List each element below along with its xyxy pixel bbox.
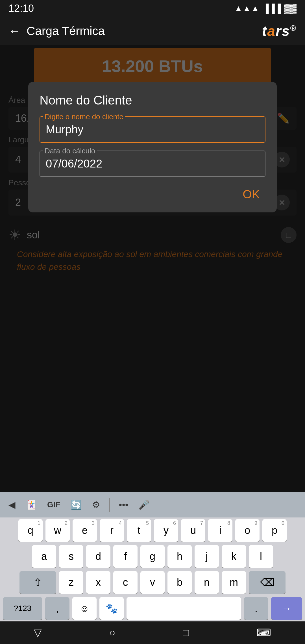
kb-backspace-key[interactable]: ⌫: [249, 571, 286, 594]
kb-key-a[interactable]: a: [32, 545, 56, 568]
kb-toolbar: ◀ 🃏 GIF 🔄 ⚙ ••• 🎤: [0, 492, 305, 517]
kb-row-2: a s d f g h j k l: [0, 543, 305, 569]
kb-key-n[interactable]: n: [195, 571, 219, 594]
dialog-actions: OK: [40, 185, 265, 204]
kb-comma-key[interactable]: ,: [45, 597, 69, 620]
kb-key-y[interactable]: y6: [154, 519, 178, 542]
kb-row-1: q1 w2 e3 r4 t5 y6 u7 i8 o9 p0: [0, 517, 305, 543]
kb-key-f[interactable]: f: [113, 545, 138, 568]
kb-key-w[interactable]: w2: [45, 519, 70, 542]
status-time: 12:10: [8, 3, 34, 14]
client-name-container: Digite o nome do cliente: [40, 116, 265, 143]
kb-key-c[interactable]: c: [113, 571, 138, 594]
app-toolbar: ← Carga Térmica tars®: [0, 17, 305, 45]
kb-key-o[interactable]: o9: [235, 519, 260, 542]
kb-key-k[interactable]: k: [222, 545, 246, 568]
kb-key-g[interactable]: g: [140, 545, 165, 568]
kb-key-m[interactable]: m: [222, 571, 246, 594]
kb-shift-key[interactable]: ⇧: [19, 571, 56, 594]
kb-settings-btn[interactable]: ⚙: [88, 497, 104, 512]
kb-enter-key[interactable]: →: [271, 597, 302, 620]
kb-period-key[interactable]: .: [244, 597, 268, 620]
kb-key-h[interactable]: h: [167, 545, 192, 568]
kb-key-i[interactable]: i8: [208, 519, 232, 542]
kb-key-t[interactable]: t5: [127, 519, 151, 542]
kb-key-u[interactable]: u7: [181, 519, 205, 542]
nav-keyboard-btn[interactable]: ⌨: [256, 627, 271, 639]
wifi-icon: ▲▲▲: [234, 4, 259, 13]
client-name-label: Digite o nome do cliente: [43, 112, 125, 121]
kb-more-btn[interactable]: •••: [115, 497, 132, 512]
ok-button[interactable]: OK: [237, 185, 265, 204]
signal-icon: ▐▐▐: [263, 4, 281, 13]
kb-key-x[interactable]: x: [86, 571, 110, 594]
date-label: Data do cálculo: [43, 147, 97, 155]
nav-bar: ▽ ○ □ ⌨: [0, 621, 305, 644]
kb-paw-key[interactable]: 🐾: [99, 597, 124, 620]
status-icons: ▲▲▲ ▐▐▐ ▓▓: [234, 4, 297, 13]
kb-back-btn[interactable]: ◀: [5, 497, 19, 512]
kb-key-z[interactable]: z: [59, 571, 83, 594]
kb-key-e[interactable]: e3: [73, 519, 97, 542]
kb-translate-btn[interactable]: 🔄: [67, 497, 86, 512]
kb-key-p[interactable]: p0: [262, 519, 287, 542]
kb-sticker-btn[interactable]: 🃏: [22, 497, 41, 512]
kb-key-r[interactable]: r4: [100, 519, 124, 542]
kb-key-l[interactable]: l: [249, 545, 273, 568]
kb-emoji-key[interactable]: ☺: [72, 597, 97, 620]
nav-home-btn[interactable]: ○: [109, 627, 116, 639]
kb-gif-btn[interactable]: GIF: [43, 498, 64, 512]
kb-key-b[interactable]: b: [167, 571, 192, 594]
battery-icon: ▓▓: [284, 4, 297, 13]
tars-logo: tars®: [262, 23, 297, 39]
kb-row-3: ⇧ z x c v b n m ⌫: [0, 569, 305, 595]
kb-key-d[interactable]: d: [86, 545, 110, 568]
nav-recents-btn[interactable]: □: [183, 627, 189, 639]
kb-row-4: ?123 , ☺ 🐾 . →: [0, 595, 305, 621]
back-button[interactable]: ←: [8, 24, 21, 38]
dialog-title: Nome do Cliente: [40, 93, 265, 107]
kb-key-v[interactable]: v: [140, 571, 165, 594]
kb-mic-btn[interactable]: 🎤: [134, 497, 154, 512]
kb-key-j[interactable]: j: [195, 545, 219, 568]
toolbar-title: Carga Térmica: [27, 24, 262, 38]
status-bar: 12:10 ▲▲▲ ▐▐▐ ▓▓: [0, 0, 305, 17]
kb-key-s[interactable]: s: [59, 545, 83, 568]
kb-key-q[interactable]: q1: [18, 519, 43, 542]
dialog: Nome do Cliente Digite o nome do cliente…: [28, 82, 277, 212]
keyboard: ◀ 🃏 GIF 🔄 ⚙ ••• 🎤 q1 w2 e3 r4 t5 y6 u7 i…: [0, 492, 305, 621]
nav-back-btn[interactable]: ▽: [34, 627, 42, 639]
kb-space-key[interactable]: [127, 597, 241, 620]
kb-numbers-key[interactable]: ?123: [3, 597, 42, 620]
date-container: Data do cálculo: [40, 151, 265, 177]
kb-separator: [109, 498, 110, 512]
